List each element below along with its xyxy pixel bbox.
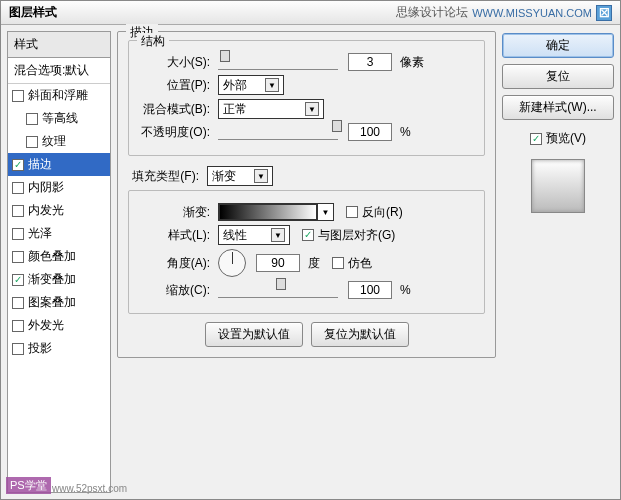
style-item-label: 投影 xyxy=(28,340,52,357)
fill-fieldset: 渐变: ▼ 反向(R) 样式(L): 线性▼ 与图层对齐(G) xyxy=(128,190,485,314)
style2-select[interactable]: 线性▼ xyxy=(218,225,290,245)
style-item-外发光[interactable]: 外发光 xyxy=(8,314,110,337)
checkbox-icon[interactable] xyxy=(12,251,24,263)
chevron-down-icon: ▼ xyxy=(305,102,319,116)
style-item-颜色叠加[interactable]: 颜色叠加 xyxy=(8,245,110,268)
angle-dial[interactable] xyxy=(218,249,246,277)
styles-header[interactable]: 样式 xyxy=(8,32,110,58)
chevron-down-icon: ▼ xyxy=(271,228,285,242)
ok-button[interactable]: 确定 xyxy=(502,33,614,58)
blendmode-select[interactable]: 正常▼ xyxy=(218,99,324,119)
chevron-down-icon: ▼ xyxy=(254,169,268,183)
reset-button[interactable]: 复位 xyxy=(502,64,614,89)
checkbox-icon[interactable] xyxy=(12,159,24,171)
style-item-渐变叠加[interactable]: 渐变叠加 xyxy=(8,268,110,291)
blending-options[interactable]: 混合选项:默认 xyxy=(8,58,110,84)
position-label: 位置(P): xyxy=(139,77,214,94)
style-item-纹理[interactable]: 纹理 xyxy=(8,130,110,153)
scale-unit: % xyxy=(400,283,411,297)
opacity-label: 不透明度(O): xyxy=(139,124,214,141)
preview-checkbox[interactable]: 预览(V) xyxy=(502,130,614,147)
style-item-内阴影[interactable]: 内阴影 xyxy=(8,176,110,199)
filltype-select[interactable]: 渐变▼ xyxy=(207,166,273,186)
close-icon[interactable]: ☒ xyxy=(596,5,612,21)
chevron-down-icon: ▼ xyxy=(317,204,333,220)
style-item-光泽[interactable]: 光泽 xyxy=(8,222,110,245)
style-item-投影[interactable]: 投影 xyxy=(8,337,110,360)
structure-fieldset: 结构 大小(S): 像素 位置(P): 外部▼ 混合模式 xyxy=(128,40,485,156)
checkbox-icon[interactable] xyxy=(12,90,24,102)
style-item-label: 外发光 xyxy=(28,317,64,334)
main-panel: 描边 结构 大小(S): 像素 位置(P): 外部▼ xyxy=(117,31,496,493)
watermark-b: www.52psxt.com xyxy=(52,483,127,494)
reverse-checkbox[interactable]: 反向(R) xyxy=(346,204,403,221)
set-default-button[interactable]: 设置为默认值 xyxy=(205,322,303,347)
checkbox-icon[interactable] xyxy=(12,297,24,309)
styles-panel: 样式 混合选项:默认 斜面和浮雕等高线纹理描边内阴影内发光光泽颜色叠加渐变叠加图… xyxy=(7,31,111,493)
size-input[interactable] xyxy=(348,53,392,71)
watermark-a: PS学堂 xyxy=(6,477,51,494)
gradient-swatch xyxy=(219,204,317,220)
style-item-内发光[interactable]: 内发光 xyxy=(8,199,110,222)
style-item-描边[interactable]: 描边 xyxy=(8,153,110,176)
preview-swatch xyxy=(531,159,585,213)
forum-name: 思缘设计论坛 xyxy=(396,4,468,21)
dither-checkbox[interactable]: 仿色 xyxy=(332,255,372,272)
style-item-label: 斜面和浮雕 xyxy=(28,87,88,104)
scale-input[interactable] xyxy=(348,281,392,299)
style-item-label: 等高线 xyxy=(42,110,78,127)
structure-legend: 结构 xyxy=(137,33,169,50)
style2-label: 样式(L): xyxy=(139,227,214,244)
angle-label: 角度(A): xyxy=(139,255,214,272)
titlebar-right: 思缘设计论坛 WWW.MISSYUAN.COM ☒ xyxy=(396,4,612,21)
style-item-label: 图案叠加 xyxy=(28,294,76,311)
size-slider[interactable] xyxy=(218,54,338,70)
checkbox-icon[interactable] xyxy=(12,182,24,194)
checkbox-icon[interactable] xyxy=(26,136,38,148)
stroke-fieldset: 描边 结构 大小(S): 像素 位置(P): 外部▼ xyxy=(117,31,496,358)
checkbox-icon[interactable] xyxy=(12,320,24,332)
checkbox-icon[interactable] xyxy=(12,228,24,240)
angle-input[interactable] xyxy=(256,254,300,272)
position-select[interactable]: 外部▼ xyxy=(218,75,284,95)
scale-label: 缩放(C): xyxy=(139,282,214,299)
newstyle-button[interactable]: 新建样式(W)... xyxy=(502,95,614,120)
style-item-label: 纹理 xyxy=(42,133,66,150)
size-unit: 像素 xyxy=(400,54,424,71)
style-item-等高线[interactable]: 等高线 xyxy=(8,107,110,130)
style-item-label: 光泽 xyxy=(28,225,52,242)
opacity-input[interactable] xyxy=(348,123,392,141)
layer-style-dialog: 图层样式 思缘设计论坛 WWW.MISSYUAN.COM ☒ 样式 混合选项:默… xyxy=(0,0,621,500)
checkbox-icon[interactable] xyxy=(12,205,24,217)
style-item-图案叠加[interactable]: 图案叠加 xyxy=(8,291,110,314)
reset-default-button[interactable]: 复位为默认值 xyxy=(311,322,409,347)
angle-unit: 度 xyxy=(308,255,320,272)
filltype-label: 填充类型(F): xyxy=(128,168,203,185)
align-checkbox[interactable]: 与图层对齐(G) xyxy=(302,227,395,244)
style-item-斜面和浮雕[interactable]: 斜面和浮雕 xyxy=(8,84,110,107)
chevron-down-icon: ▼ xyxy=(265,78,279,92)
style-item-label: 内阴影 xyxy=(28,179,64,196)
gradient-label: 渐变: xyxy=(139,204,214,221)
style-item-label: 颜色叠加 xyxy=(28,248,76,265)
style-item-label: 渐变叠加 xyxy=(28,271,76,288)
opacity-slider[interactable] xyxy=(218,124,338,140)
checkbox-icon[interactable] xyxy=(12,343,24,355)
blendmode-label: 混合模式(B): xyxy=(139,101,214,118)
titlebar[interactable]: 图层样式 思缘设计论坛 WWW.MISSYUAN.COM ☒ xyxy=(1,1,620,25)
checkbox-icon[interactable] xyxy=(12,274,24,286)
scale-slider[interactable] xyxy=(218,282,338,298)
forum-url: WWW.MISSYUAN.COM xyxy=(472,7,592,19)
gradient-picker[interactable]: ▼ xyxy=(218,203,334,221)
checkbox-icon[interactable] xyxy=(26,113,38,125)
size-label: 大小(S): xyxy=(139,54,214,71)
style-item-label: 描边 xyxy=(28,156,52,173)
right-panel: 确定 复位 新建样式(W)... 预览(V) xyxy=(502,31,614,493)
style-item-label: 内发光 xyxy=(28,202,64,219)
opacity-unit: % xyxy=(400,125,411,139)
title: 图层样式 xyxy=(9,4,57,21)
